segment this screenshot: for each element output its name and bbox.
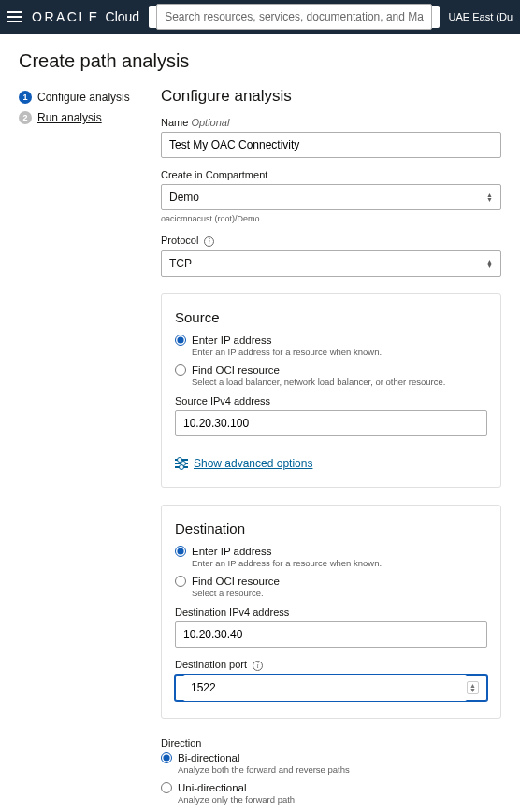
source-enter-ip-help: Enter an IP address for a resource when … xyxy=(192,347,487,357)
region-selector[interactable]: UAE East (Du xyxy=(449,11,513,22)
compartment-select[interactable]: Demo ▲▼ xyxy=(161,184,501,210)
show-advanced-options-link[interactable]: Show advanced options xyxy=(175,457,312,470)
direction-bi-option[interactable]: Bi-directional xyxy=(161,752,501,763)
dest-ipv4-field: Destination IPv4 address xyxy=(175,606,487,648)
direction-uni-radio[interactable] xyxy=(161,782,172,793)
destination-panel: Destination Enter IP address Enter an IP… xyxy=(161,505,501,719)
dest-enter-ip-label: Enter IP address xyxy=(192,546,271,557)
dest-enter-ip-option[interactable]: Enter IP address xyxy=(175,546,487,557)
number-stepper-icon[interactable]: ▲▼ xyxy=(467,681,479,694)
brand: ORACLE Cloud xyxy=(32,9,139,24)
compartment-label: Create in Compartment xyxy=(161,169,501,180)
direction-bi-help: Analyze both the forward and reverse pat… xyxy=(178,764,501,775)
source-ipv4-input[interactable] xyxy=(175,410,487,436)
protocol-label: Protocol xyxy=(161,235,198,246)
source-ipv4-label: Source IPv4 address xyxy=(175,395,487,406)
hamburger-menu-icon[interactable] xyxy=(7,11,22,22)
direction-group: Direction Bi-directional Analyze both th… xyxy=(161,737,501,812)
step-number-icon: 2 xyxy=(19,111,32,124)
search-input[interactable] xyxy=(156,4,431,30)
step-configure[interactable]: 1 Configure analysis xyxy=(19,91,138,104)
dest-enter-ip-help: Enter an IP address for a resource when … xyxy=(192,558,487,568)
step-run[interactable]: 2 Run analysis xyxy=(19,111,138,124)
direction-label: Direction xyxy=(161,737,501,748)
step-label: Configure analysis xyxy=(37,91,130,104)
sliders-icon xyxy=(175,459,188,468)
step-number-icon: 1 xyxy=(19,91,32,104)
source-ipv4-field: Source IPv4 address xyxy=(175,395,487,436)
dest-port-input[interactable] xyxy=(183,675,467,701)
dest-ipv4-label: Destination IPv4 address xyxy=(175,606,487,618)
wizard-steps: 1 Configure analysis 2 Run analysis xyxy=(19,87,138,812)
dest-ipv4-input[interactable] xyxy=(175,621,487,648)
name-input[interactable] xyxy=(161,132,501,158)
name-field: Name Optional xyxy=(161,117,501,158)
source-enter-ip-radio[interactable] xyxy=(175,335,186,346)
name-label: Name xyxy=(161,117,188,128)
source-enter-ip-option[interactable]: Enter IP address xyxy=(175,335,487,346)
info-icon[interactable]: i xyxy=(253,661,263,671)
dest-find-oci-label: Find OCI resource xyxy=(192,576,280,587)
compartment-value: Demo xyxy=(169,191,199,204)
direction-uni-label: Uni-directional xyxy=(178,782,247,793)
source-title: Source xyxy=(175,309,487,325)
source-find-oci-radio[interactable] xyxy=(175,364,186,376)
direction-uni-help: Analyze only the forward path xyxy=(178,794,501,805)
dest-port-input-wrapper[interactable]: ▲▼ xyxy=(175,675,487,701)
topbar: ORACLE Cloud UAE East (Du xyxy=(0,0,520,34)
destination-title: Destination xyxy=(175,520,487,536)
source-find-oci-help: Select a load balancer, network load bal… xyxy=(192,377,487,387)
chevron-updown-icon: ▲▼ xyxy=(486,259,493,268)
brand-sub: Cloud xyxy=(106,9,140,24)
form-area: Configure analysis Name Optional Create … xyxy=(161,87,501,812)
direction-bi-radio[interactable] xyxy=(161,752,172,763)
dest-enter-ip-radio[interactable] xyxy=(175,546,186,557)
direction-uni-option[interactable]: Uni-directional xyxy=(161,782,501,793)
step-label: Run analysis xyxy=(37,111,102,124)
protocol-value: TCP xyxy=(169,257,192,270)
compartment-breadcrumb: oacicmnacust (root)/Demo xyxy=(161,214,501,223)
chevron-updown-icon: ▲▼ xyxy=(486,192,493,202)
protocol-field: Protocol i TCP ▲▼ xyxy=(161,235,501,277)
info-icon[interactable]: i xyxy=(204,236,214,247)
dest-find-oci-option[interactable]: Find OCI resource xyxy=(175,576,487,587)
section-title: Configure analysis xyxy=(161,87,501,106)
source-find-oci-option[interactable]: Find OCI resource xyxy=(175,364,487,376)
protocol-select[interactable]: TCP ▲▼ xyxy=(161,250,501,277)
source-panel: Source Enter IP address Enter an IP addr… xyxy=(161,293,501,488)
brand-main: ORACLE xyxy=(32,9,100,24)
dest-find-oci-help: Select a resource. xyxy=(192,588,487,598)
dest-port-label: Destination port xyxy=(175,659,247,670)
compartment-field: Create in Compartment Demo ▲▼ oacicmnacu… xyxy=(161,169,501,223)
dest-port-field: Destination port i ▲▼ xyxy=(175,659,487,701)
optional-hint: Optional xyxy=(191,117,229,128)
advanced-label: Show advanced options xyxy=(194,457,312,470)
source-find-oci-label: Find OCI resource xyxy=(192,364,280,376)
direction-bi-label: Bi-directional xyxy=(178,752,239,763)
global-search[interactable] xyxy=(149,6,439,28)
source-enter-ip-label: Enter IP address xyxy=(192,335,271,346)
page-title: Create path analysis xyxy=(0,34,520,87)
dest-find-oci-radio[interactable] xyxy=(175,576,186,587)
